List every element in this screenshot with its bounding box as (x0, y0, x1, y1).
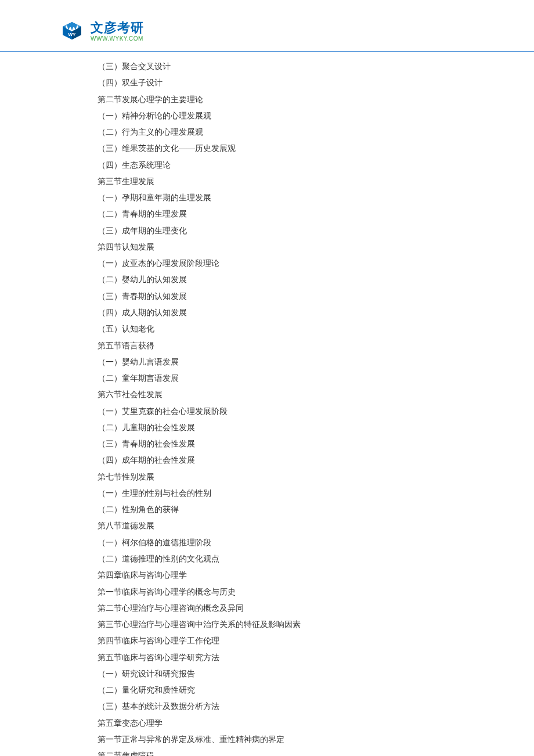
outline-line: （三）青春期的社会性发展 (98, 436, 534, 452)
outline-line: （四）成年期的社会性发展 (98, 452, 534, 469)
outline-line: 第四节认知发展 (98, 239, 534, 255)
outline-line: （三）成年期的生理变化 (98, 223, 534, 239)
outline-line: （二）青春期的生理发展 (98, 206, 534, 222)
outline-line: （三）青春期的认知发展 (98, 289, 534, 305)
outline-line: 第五章变态心理学 (98, 715, 534, 732)
outline-content: （三）聚合交叉设计 （四）双生子设计 第二节发展心理学的主要理论 （一）精神分析… (0, 52, 534, 756)
outline-line: （二）行为主义的心理发展观 (98, 124, 534, 141)
outline-line: （三）维果茨基的文化——历史发展观 (98, 141, 534, 157)
outline-line: （三）聚合交叉设计 (98, 59, 534, 75)
outline-line: （二）性别角色的获得 (98, 502, 534, 518)
outline-line: （二）儿童期的社会性发展 (98, 420, 534, 436)
outline-line: 第一节临床与咨询心理学的概念与历史 (98, 584, 534, 600)
outline-line: （五）认知老化 (98, 321, 534, 337)
outline-line: （二）量化研究和质性研究 (98, 682, 534, 699)
logo-icon: WY (58, 17, 86, 45)
outline-line: （一）精神分析论的心理发展观 (98, 108, 534, 124)
outline-line: （三）基本的统计及数据分析方法 (98, 699, 534, 715)
outline-line: （一）艾里克森的社会心理发展阶段 (98, 404, 534, 420)
outline-line: （一）研究设计和研究报告 (98, 666, 534, 682)
outline-line: （四）成人期的认知发展 (98, 305, 534, 321)
outline-line: 第六节社会性发展 (98, 387, 534, 403)
outline-line: 第二节焦虑障碍 (98, 748, 534, 756)
outline-line: 第一节正常与异常的界定及标准、重性精神病的界定 (98, 732, 534, 748)
outline-line: 第四章临床与咨询心理学 (98, 567, 534, 584)
outline-line: 第五节语言获得 (98, 338, 534, 354)
outline-line: 第四节临床与咨询心理学工作伦理 (98, 633, 534, 649)
svg-text:WY: WY (68, 32, 77, 37)
outline-line: （二）童年期言语发展 (98, 370, 534, 387)
outline-line: 第二节发展心理学的主要理论 (98, 92, 534, 108)
page-header: WY 文彦考研 WWW.WYKY.COM (0, 0, 534, 52)
outline-line: （二）道德推理的性别的文化观点 (98, 551, 534, 567)
logo-text: 文彦考研 WWW.WYKY.COM (91, 21, 144, 41)
outline-line: （一）柯尔伯格的道德推理阶段 (98, 535, 534, 551)
outline-line: （一）婴幼儿言语发展 (98, 354, 534, 370)
outline-line: （一）生理的性别与社会的性别 (98, 485, 534, 502)
outline-line: 第二节心理治疗与心理咨询的概念及异同 (98, 600, 534, 617)
outline-line: 第三节生理发展 (98, 174, 534, 190)
outline-line: 第五节临床与咨询心理学研究方法 (98, 650, 534, 666)
outline-line: （四）生态系统理论 (98, 157, 534, 174)
outline-line: 第八节道德发展 (98, 518, 534, 534)
logo-subtitle: WWW.WYKY.COM (91, 35, 144, 42)
outline-line: 第七节性别发展 (98, 469, 534, 485)
outline-line: 第三节心理治疗与心理咨询中治疗关系的特征及影响因素 (98, 617, 534, 633)
outline-line: （四）双生子设计 (98, 75, 534, 91)
outline-line: （一）皮亚杰的心理发展阶段理论 (98, 255, 534, 272)
logo: WY 文彦考研 WWW.WYKY.COM (58, 17, 534, 45)
outline-line: （二）婴幼儿的认知发展 (98, 272, 534, 288)
outline-line: （一）孕期和童年期的生理发展 (98, 190, 534, 206)
logo-title: 文彦考研 (91, 21, 144, 35)
